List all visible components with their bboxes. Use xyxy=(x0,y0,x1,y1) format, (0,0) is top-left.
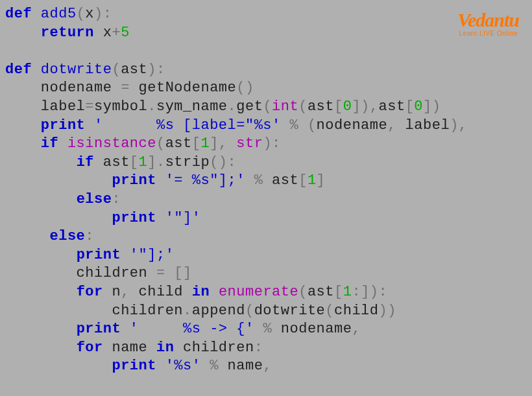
code-token: )) xyxy=(379,303,396,319)
code-token: : xyxy=(352,284,361,300)
code-token: def xyxy=(5,62,32,78)
code-token: ( xyxy=(298,284,308,300)
logo-tagline: Learn LIVE Online xyxy=(457,30,519,37)
code-line: return x+5 xyxy=(5,24,527,43)
code-token: print xyxy=(41,117,86,134)
code-token: : xyxy=(112,191,121,207)
code-token: ast xyxy=(121,62,147,78)
code-token: 1 xyxy=(308,172,317,189)
code-token: child xyxy=(130,284,192,300)
code-line: children = [] xyxy=(5,264,527,283)
code-token: name xyxy=(103,340,156,356)
code-token: . xyxy=(156,154,165,170)
code-token: nodename xyxy=(5,80,121,96)
code-token: ( xyxy=(112,62,121,78)
code-token xyxy=(210,284,219,300)
code-line: print '= %s"];' % ast[1] xyxy=(5,172,527,191)
code-token: ast xyxy=(379,99,405,115)
code-token: symbol xyxy=(94,99,147,115)
code-token: sym_name xyxy=(156,99,228,115)
code-token: n xyxy=(103,284,121,300)
code-token: % xyxy=(289,117,298,134)
code-line: print '"];' xyxy=(5,246,527,265)
code-line: print ' %s -> {' % nodename, xyxy=(5,320,527,339)
code-token: children xyxy=(174,340,254,356)
code-token: ]) xyxy=(352,99,369,115)
code-token: . xyxy=(183,303,192,319)
code-token: [ xyxy=(334,284,343,300)
code-token xyxy=(5,135,41,152)
code-token: ' %s [label="%s' xyxy=(94,117,281,134)
code-token: , xyxy=(370,99,379,115)
code-token: () xyxy=(236,80,254,96)
code-token: ast xyxy=(165,135,192,152)
code-token: child xyxy=(334,303,379,319)
code-token xyxy=(200,358,210,374)
code-line: label=symbol.sym_name.get(int(ast[0]),as… xyxy=(5,98,527,117)
code-token: print xyxy=(112,210,156,226)
code-token: ] xyxy=(210,135,219,152)
code-token: children xyxy=(5,265,156,281)
code-token: '"];' xyxy=(130,247,175,263)
code-token: % xyxy=(210,358,219,374)
code-token: '= %s"];' xyxy=(165,172,245,189)
code-token: for xyxy=(77,340,103,356)
code-token xyxy=(121,321,130,337)
code-token: ast xyxy=(308,99,334,115)
code-block: def add5(x): return x+5 def dotwrite(ast… xyxy=(5,5,527,376)
code-token: isinstance xyxy=(67,135,156,152)
code-token: ]) xyxy=(361,284,378,300)
code-token: x xyxy=(85,6,94,22)
code-token: nodename xyxy=(272,321,352,337)
code-token xyxy=(165,265,175,281)
code-token: children xyxy=(5,303,183,319)
code-token: print xyxy=(77,321,121,337)
code-line: def add5(x): xyxy=(5,5,527,24)
code-token: dotwrite xyxy=(41,62,112,78)
code-token xyxy=(32,6,41,22)
code-token: 1 xyxy=(139,154,148,170)
code-token: x xyxy=(94,25,112,41)
code-token: , xyxy=(219,135,228,152)
code-token: if xyxy=(77,154,94,170)
code-token xyxy=(5,210,112,226)
code-token xyxy=(58,135,67,152)
logo-text: Vedantu xyxy=(457,9,519,31)
code-token: ] xyxy=(147,154,156,170)
code-token: , xyxy=(387,117,396,134)
code-token: [ xyxy=(334,99,343,115)
code-token xyxy=(5,247,77,263)
code-token: ( xyxy=(77,6,86,22)
code-token: : xyxy=(272,135,281,152)
code-token: : xyxy=(103,6,112,22)
code-token: [ xyxy=(298,172,308,189)
code-token: in xyxy=(156,340,174,356)
code-token: getNodename xyxy=(130,80,236,96)
code-token: . xyxy=(147,99,156,115)
brand-logo: Vedantu Learn LIVE Online xyxy=(457,9,519,37)
code-token: : xyxy=(85,228,94,244)
code-token: else xyxy=(77,191,112,207)
code-token: for xyxy=(77,284,103,300)
code-token xyxy=(5,284,77,300)
code-token: = xyxy=(156,265,165,281)
code-token: , xyxy=(121,284,130,300)
code-token: % xyxy=(254,172,263,189)
code-token: = xyxy=(121,80,130,96)
code-token: ( xyxy=(308,117,317,134)
code-token: print xyxy=(112,172,156,189)
code-token: % xyxy=(263,321,272,337)
code-token: 0 xyxy=(343,99,352,115)
code-token: ast xyxy=(263,172,298,189)
code-token: int xyxy=(272,99,298,115)
code-line: children.append(dotwrite(child)) xyxy=(5,302,527,321)
code-token: ast xyxy=(94,154,130,170)
code-token: : xyxy=(379,284,388,300)
code-token: 0 xyxy=(414,99,423,115)
code-token: + xyxy=(112,25,121,41)
code-token xyxy=(5,358,112,374)
code-token: strip xyxy=(165,154,210,170)
code-token xyxy=(5,191,77,207)
code-token: print xyxy=(112,358,156,374)
code-token: ( xyxy=(325,303,334,319)
